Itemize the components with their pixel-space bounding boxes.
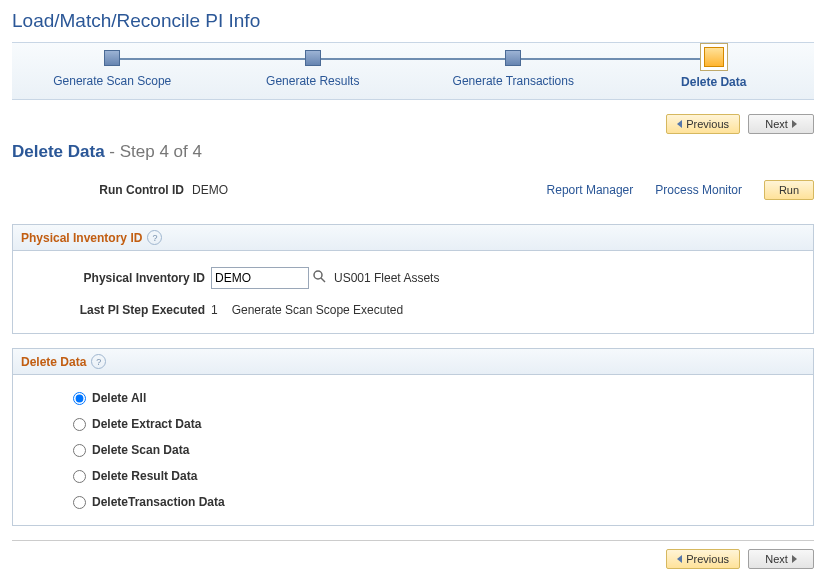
radio-delete-extract[interactable]: Delete Extract Data bbox=[73, 417, 801, 431]
wizard-step-label: Generate Scan Scope bbox=[12, 74, 213, 88]
radio-label[interactable]: Delete Extract Data bbox=[92, 417, 201, 431]
wizard-step-results[interactable]: Generate Results bbox=[213, 43, 414, 89]
wizard-step-transactions[interactable]: Generate Transactions bbox=[413, 43, 614, 89]
next-button[interactable]: Next bbox=[748, 549, 814, 569]
next-button[interactable]: Next bbox=[748, 114, 814, 134]
radio-input[interactable] bbox=[73, 444, 86, 457]
page-title: Load/Match/Reconcile PI Info bbox=[12, 10, 814, 32]
report-manager-link[interactable]: Report Manager bbox=[547, 183, 634, 197]
lookup-icon[interactable] bbox=[313, 270, 326, 286]
next-label: Next bbox=[765, 118, 788, 130]
radio-input[interactable] bbox=[73, 470, 86, 483]
wizard-step-box bbox=[104, 50, 120, 66]
delete-options-list: Delete All Delete Extract Data Delete Sc… bbox=[25, 391, 801, 509]
run-control-row: Run Control ID DEMO Report Manager Proce… bbox=[12, 180, 814, 200]
radio-delete-all[interactable]: Delete All bbox=[73, 391, 801, 405]
radio-label[interactable]: Delete All bbox=[92, 391, 146, 405]
radio-input[interactable] bbox=[73, 496, 86, 509]
radio-input[interactable] bbox=[73, 392, 86, 405]
radio-delete-scan[interactable]: Delete Scan Data bbox=[73, 443, 801, 457]
divider bbox=[12, 540, 814, 541]
step-subtitle: Delete Data - Step 4 of 4 bbox=[12, 142, 814, 162]
subtitle-main: Delete Data bbox=[12, 142, 105, 161]
wizard-nav: Generate Scan Scope Generate Results Gen… bbox=[12, 42, 814, 100]
process-monitor-link[interactable]: Process Monitor bbox=[655, 183, 742, 197]
nav-row-top: Previous Next bbox=[12, 114, 814, 134]
radio-label[interactable]: Delete Result Data bbox=[92, 469, 197, 483]
arrow-left-icon bbox=[677, 555, 682, 563]
last-pi-step-label: Last PI Step Executed bbox=[25, 303, 211, 317]
radio-delete-transaction[interactable]: DeleteTransaction Data bbox=[73, 495, 801, 509]
physical-inventory-id-label: Physical Inventory ID bbox=[25, 271, 211, 285]
delete-data-group: Delete Data ? Delete All Delete Extract … bbox=[12, 348, 814, 526]
svg-point-0 bbox=[314, 271, 322, 279]
physical-inventory-desc: US001 Fleet Assets bbox=[334, 271, 439, 285]
next-label: Next bbox=[765, 553, 788, 565]
arrow-right-icon bbox=[792, 120, 797, 128]
arrow-right-icon bbox=[792, 555, 797, 563]
run-control-id-value: DEMO bbox=[192, 183, 228, 197]
previous-label: Previous bbox=[686, 553, 729, 565]
svg-line-1 bbox=[321, 278, 325, 282]
wizard-step-delete-data[interactable]: Delete Data bbox=[614, 43, 815, 89]
physical-inventory-title: Physical Inventory ID bbox=[21, 231, 142, 245]
help-icon[interactable]: ? bbox=[147, 230, 162, 245]
last-pi-step-row: Last PI Step Executed 1 Generate Scan Sc… bbox=[25, 303, 801, 317]
wizard-step-label: Generate Transactions bbox=[413, 74, 614, 88]
help-icon[interactable]: ? bbox=[91, 354, 106, 369]
physical-inventory-group: Physical Inventory ID ? Physical Invento… bbox=[12, 224, 814, 334]
physical-inventory-id-row: Physical Inventory ID US001 Fleet Assets bbox=[25, 267, 801, 289]
arrow-left-icon bbox=[677, 120, 682, 128]
delete-data-header: Delete Data ? bbox=[13, 349, 813, 375]
run-control-id-label: Run Control ID bbox=[12, 183, 192, 197]
subtitle-step: - Step 4 of 4 bbox=[105, 142, 202, 161]
radio-delete-result[interactable]: Delete Result Data bbox=[73, 469, 801, 483]
last-pi-step-num: 1 bbox=[211, 303, 218, 317]
wizard-step-box-active bbox=[704, 47, 724, 67]
radio-input[interactable] bbox=[73, 418, 86, 431]
last-pi-step-desc: Generate Scan Scope Executed bbox=[232, 303, 403, 317]
nav-row-bottom: Previous Next bbox=[12, 549, 814, 569]
wizard-step-scan-scope[interactable]: Generate Scan Scope bbox=[12, 43, 213, 89]
previous-label: Previous bbox=[686, 118, 729, 130]
wizard-step-label: Generate Results bbox=[213, 74, 414, 88]
wizard-step-box bbox=[305, 50, 321, 66]
run-button[interactable]: Run bbox=[764, 180, 814, 200]
radio-label[interactable]: DeleteTransaction Data bbox=[92, 495, 225, 509]
previous-button[interactable]: Previous bbox=[666, 114, 740, 134]
radio-label[interactable]: Delete Scan Data bbox=[92, 443, 189, 457]
delete-data-title: Delete Data bbox=[21, 355, 86, 369]
previous-button[interactable]: Previous bbox=[666, 549, 740, 569]
physical-inventory-header: Physical Inventory ID ? bbox=[13, 225, 813, 251]
wizard-step-box bbox=[505, 50, 521, 66]
wizard-step-label: Delete Data bbox=[614, 75, 815, 89]
physical-inventory-id-input[interactable] bbox=[211, 267, 309, 289]
